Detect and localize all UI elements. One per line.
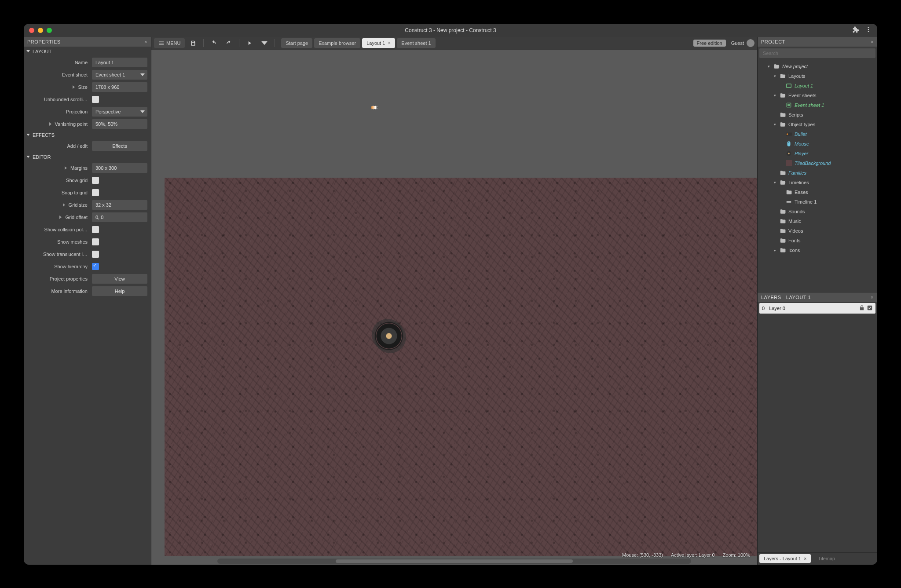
tree-item-families[interactable]: Families [758, 168, 877, 178]
project-header: PROJECT × [758, 37, 877, 47]
tab-start-page[interactable]: Start page [281, 38, 312, 48]
tab-layers[interactable]: Layers - Layout 1× [759, 554, 811, 563]
lock-icon[interactable] [859, 305, 865, 312]
tree-item-layout-1[interactable]: Layout 1 [758, 81, 877, 91]
show-hierarchy-checkbox[interactable] [92, 263, 99, 270]
close-icon[interactable]: × [871, 39, 874, 44]
player-object[interactable] [376, 323, 402, 349]
svg-point-2 [868, 31, 869, 32]
window-controls [29, 28, 52, 33]
tree-item-event-sheets[interactable]: ▾Event sheets [758, 91, 877, 100]
extension-icon[interactable] [852, 26, 859, 34]
event-sheet-select[interactable]: Event sheet 1 [92, 70, 147, 80]
visibility-checkbox[interactable] [867, 305, 873, 312]
section-effects[interactable]: EFFECTS [24, 130, 151, 140]
bullet-object[interactable] [371, 106, 377, 109]
layer-index: 0 [762, 306, 765, 311]
layer-row-0[interactable]: 0 Layer 0 [759, 303, 875, 314]
kebab-menu-icon[interactable] [865, 26, 872, 34]
tree-item-icons[interactable]: ▸Icons [758, 245, 877, 255]
play-button[interactable] [243, 38, 256, 48]
section-editor[interactable]: EDITOR [24, 152, 151, 162]
tab-event-sheet-1[interactable]: Event sheet 1 [397, 38, 435, 48]
show-translucent-checkbox[interactable] [92, 251, 99, 258]
window-title: Construct 3 - New project - Construct 3 [24, 27, 877, 33]
view-button[interactable]: View [92, 274, 147, 284]
show-grid-checkbox[interactable] [92, 177, 99, 184]
horizontal-scrollbar[interactable] [217, 559, 691, 564]
properties-header: PROPERTIES × [24, 37, 151, 47]
tree-item-videos[interactable]: Videos [758, 226, 877, 236]
project-tree: ▾New project ▾Layouts Layout 1 ▾Event sh… [758, 60, 877, 292]
snap-grid-checkbox[interactable] [92, 189, 99, 196]
vanishing-field[interactable] [92, 119, 147, 129]
tab-layout-1[interactable]: Layout 1× [362, 38, 395, 48]
layer-name: Layer 0 [769, 306, 785, 311]
app-window: Construct 3 - New project - Construct 3 … [24, 24, 877, 565]
svg-point-10 [788, 153, 790, 154]
section-layout[interactable]: LAYOUT [24, 47, 151, 56]
svg-point-8 [787, 133, 788, 135]
unbounded-checkbox[interactable] [92, 96, 99, 103]
close-icon[interactable]: × [804, 556, 806, 561]
status-layer: Active layer: Layer 0 [671, 552, 715, 558]
status-zoom: Zoom: 100% [723, 552, 750, 558]
user-menu[interactable]: Guest [731, 39, 754, 47]
tree-item-player[interactable]: Player [758, 149, 877, 158]
tree-item-layouts[interactable]: ▾Layouts [758, 71, 877, 81]
tree-item-object-types[interactable]: ▾Object types [758, 120, 877, 129]
right-column: PROJECT × ▾New project ▾Layouts Layout 1… [758, 37, 877, 565]
tree-item-eases[interactable]: Eases [758, 187, 877, 197]
window-minimize-button[interactable] [38, 28, 43, 33]
tree-item-timeline-1[interactable]: Timeline 1 [758, 197, 877, 207]
tree-item-mouse[interactable]: Mouse [758, 139, 877, 149]
save-button[interactable] [187, 38, 200, 48]
tree-item-sounds[interactable]: Sounds [758, 207, 877, 216]
main-toolbar: MENU Start page Example browser Layout 1… [151, 37, 757, 50]
tab-example-browser[interactable]: Example browser [314, 38, 360, 48]
editor-tabs: Start page Example browser Layout 1× Eve… [281, 38, 435, 48]
close-icon[interactable]: × [144, 39, 147, 44]
tree-item-event-sheet-1[interactable]: Event sheet 1 [758, 100, 877, 110]
tree-item-music[interactable]: Music [758, 216, 877, 226]
close-icon[interactable]: × [871, 295, 874, 300]
play-dropdown-button[interactable] [258, 38, 271, 48]
svg-rect-11 [786, 160, 792, 166]
tab-tilemap[interactable]: Tilemap [813, 554, 839, 563]
window-close-button[interactable] [29, 28, 34, 33]
name-field[interactable] [92, 58, 147, 67]
size-field[interactable] [92, 82, 147, 92]
show-collision-checkbox[interactable] [92, 226, 99, 233]
show-meshes-checkbox[interactable] [92, 238, 99, 245]
titlebar: Construct 3 - New project - Construct 3 [24, 24, 877, 37]
canvas-status: Mouse: (530, -333) Active layer: Layer 0… [622, 552, 750, 558]
tree-item-tiledbackground[interactable]: TiledBackground [758, 158, 877, 168]
layout-canvas[interactable]: Mouse: (530, -333) Active layer: Layer 0… [151, 50, 757, 565]
svg-point-0 [868, 27, 869, 28]
project-search-input[interactable] [759, 48, 875, 58]
undo-button[interactable] [207, 38, 220, 48]
help-button[interactable]: Help [92, 286, 147, 296]
tiled-background-object[interactable] [165, 178, 757, 556]
window-maximize-button[interactable] [47, 28, 52, 33]
tree-item-bullet[interactable]: Bullet [758, 129, 877, 139]
layers-bottom-tabs: Layers - Layout 1× Tilemap [758, 552, 877, 565]
effects-button[interactable]: Effects [92, 141, 147, 151]
grid-size-field[interactable] [92, 200, 147, 210]
free-edition-badge[interactable]: Free edition [693, 40, 726, 47]
menu-button[interactable]: MENU [154, 38, 185, 48]
tree-item-timelines[interactable]: ▾Timelines [758, 178, 877, 187]
center-area: MENU Start page Example browser Layout 1… [151, 37, 758, 565]
redo-button[interactable] [222, 38, 235, 48]
grid-offset-field[interactable] [92, 212, 147, 222]
margins-field[interactable] [92, 163, 147, 173]
scrollbar-thumb[interactable] [336, 559, 573, 563]
tree-item-project[interactable]: ▾New project [758, 62, 877, 71]
layers-header: LAYERS - LAYOUT 1 × [758, 292, 877, 302]
avatar-icon [747, 39, 754, 47]
tree-item-fonts[interactable]: Fonts [758, 236, 877, 245]
svg-rect-3 [787, 84, 791, 87]
projection-select[interactable]: Perspective [92, 107, 147, 117]
close-icon[interactable]: × [388, 40, 391, 46]
tree-item-scripts[interactable]: Scripts [758, 110, 877, 120]
